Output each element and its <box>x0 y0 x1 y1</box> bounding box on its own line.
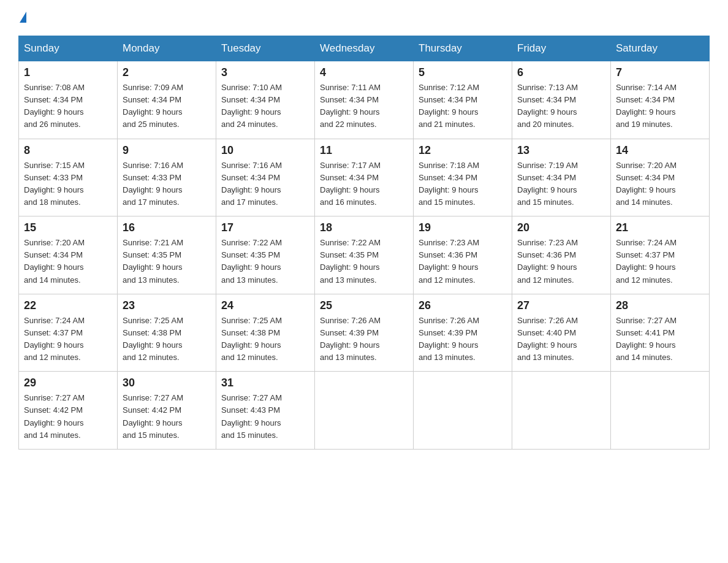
day-info: Sunrise: 7:23 AMSunset: 4:36 PMDaylight:… <box>517 238 578 284</box>
day-number: 26 <box>419 299 507 312</box>
calendar-cell: 5 Sunrise: 7:12 AMSunset: 4:34 PMDayligh… <box>414 61 512 139</box>
day-number: 14 <box>616 144 704 157</box>
day-info: Sunrise: 7:14 AMSunset: 4:34 PMDaylight:… <box>616 83 677 129</box>
calendar-header-wednesday: Wednesday <box>315 36 414 61</box>
day-number: 6 <box>517 66 605 79</box>
day-info: Sunrise: 7:12 AMSunset: 4:34 PMDaylight:… <box>419 83 479 129</box>
day-info: Sunrise: 7:18 AMSunset: 4:34 PMDaylight:… <box>419 161 479 207</box>
day-number: 13 <box>517 144 605 157</box>
calendar-cell <box>611 372 710 450</box>
day-info: Sunrise: 7:27 AMSunset: 4:42 PMDaylight:… <box>123 393 183 439</box>
calendar-cell: 16 Sunrise: 7:21 AMSunset: 4:35 PMDaylig… <box>118 216 216 294</box>
day-number: 8 <box>24 144 112 157</box>
day-number: 30 <box>123 377 211 389</box>
day-info: Sunrise: 7:22 AMSunset: 4:35 PMDaylight:… <box>320 238 381 284</box>
day-number: 25 <box>320 299 408 312</box>
calendar-header-sunday: Sunday <box>19 36 118 61</box>
calendar-cell <box>315 372 414 450</box>
calendar-header-friday: Friday <box>512 36 611 61</box>
calendar-cell: 20 Sunrise: 7:23 AMSunset: 4:36 PMDaylig… <box>512 216 611 294</box>
calendar-cell: 21 Sunrise: 7:24 AMSunset: 4:37 PMDaylig… <box>611 216 710 294</box>
day-number: 29 <box>24 377 112 389</box>
day-info: Sunrise: 7:25 AMSunset: 4:38 PMDaylight:… <box>221 316 282 362</box>
calendar-cell: 30 Sunrise: 7:27 AMSunset: 4:42 PMDaylig… <box>118 372 216 450</box>
day-info: Sunrise: 7:20 AMSunset: 4:34 PMDaylight:… <box>24 238 85 284</box>
day-number: 17 <box>221 221 309 234</box>
calendar-cell: 2 Sunrise: 7:09 AMSunset: 4:34 PMDayligh… <box>118 61 216 139</box>
calendar-week-row: 1 Sunrise: 7:08 AMSunset: 4:34 PMDayligh… <box>19 61 710 139</box>
day-number: 2 <box>123 66 211 79</box>
calendar-header-saturday: Saturday <box>611 36 710 61</box>
day-info: Sunrise: 7:11 AMSunset: 4:34 PMDaylight:… <box>320 83 381 129</box>
day-number: 18 <box>320 221 408 234</box>
day-number: 4 <box>320 66 408 79</box>
calendar-cell: 11 Sunrise: 7:17 AMSunset: 4:34 PMDaylig… <box>315 139 414 216</box>
day-number: 15 <box>24 221 112 234</box>
calendar-cell: 23 Sunrise: 7:25 AMSunset: 4:38 PMDaylig… <box>118 294 216 372</box>
calendar-table: SundayMondayTuesdayWednesdayThursdayFrid… <box>18 36 710 450</box>
calendar-cell: 17 Sunrise: 7:22 AMSunset: 4:35 PMDaylig… <box>216 216 315 294</box>
calendar-cell: 28 Sunrise: 7:27 AMSunset: 4:41 PMDaylig… <box>611 294 710 372</box>
calendar-header-thursday: Thursday <box>414 36 512 61</box>
calendar-cell: 15 Sunrise: 7:20 AMSunset: 4:34 PMDaylig… <box>19 216 118 294</box>
day-info: Sunrise: 7:25 AMSunset: 4:38 PMDaylight:… <box>123 316 183 362</box>
day-number: 16 <box>123 221 211 234</box>
day-info: Sunrise: 7:17 AMSunset: 4:34 PMDaylight:… <box>320 161 381 207</box>
calendar-header-monday: Monday <box>118 36 216 61</box>
day-info: Sunrise: 7:27 AMSunset: 4:43 PMDaylight:… <box>221 393 282 439</box>
calendar-cell: 1 Sunrise: 7:08 AMSunset: 4:34 PMDayligh… <box>19 61 118 139</box>
calendar-cell <box>512 372 611 450</box>
calendar-cell: 25 Sunrise: 7:26 AMSunset: 4:39 PMDaylig… <box>315 294 414 372</box>
day-number: 20 <box>517 221 605 234</box>
calendar-cell: 10 Sunrise: 7:16 AMSunset: 4:34 PMDaylig… <box>216 139 315 216</box>
logo <box>18 12 26 23</box>
calendar-week-row: 29 Sunrise: 7:27 AMSunset: 4:42 PMDaylig… <box>19 372 710 450</box>
day-number: 1 <box>24 66 112 79</box>
day-number: 5 <box>419 66 507 79</box>
calendar-cell: 19 Sunrise: 7:23 AMSunset: 4:36 PMDaylig… <box>414 216 512 294</box>
day-info: Sunrise: 7:26 AMSunset: 4:39 PMDaylight:… <box>419 316 479 362</box>
calendar-cell <box>414 372 512 450</box>
calendar-week-row: 15 Sunrise: 7:20 AMSunset: 4:34 PMDaylig… <box>19 216 710 294</box>
day-info: Sunrise: 7:24 AMSunset: 4:37 PMDaylight:… <box>24 316 85 362</box>
day-number: 11 <box>320 144 408 157</box>
page-header <box>18 12 710 23</box>
day-info: Sunrise: 7:22 AMSunset: 4:35 PMDaylight:… <box>221 238 282 284</box>
calendar-cell: 13 Sunrise: 7:19 AMSunset: 4:34 PMDaylig… <box>512 139 611 216</box>
day-number: 21 <box>616 221 704 234</box>
day-number: 9 <box>123 144 211 157</box>
calendar-cell: 9 Sunrise: 7:16 AMSunset: 4:33 PMDayligh… <box>118 139 216 216</box>
calendar-cell: 6 Sunrise: 7:13 AMSunset: 4:34 PMDayligh… <box>512 61 611 139</box>
calendar-header-tuesday: Tuesday <box>216 36 315 61</box>
day-number: 22 <box>24 299 112 312</box>
day-number: 3 <box>221 66 309 79</box>
calendar-cell: 7 Sunrise: 7:14 AMSunset: 4:34 PMDayligh… <box>611 61 710 139</box>
day-info: Sunrise: 7:15 AMSunset: 4:33 PMDaylight:… <box>24 161 85 207</box>
day-number: 27 <box>517 299 605 312</box>
calendar-cell: 22 Sunrise: 7:24 AMSunset: 4:37 PMDaylig… <box>19 294 118 372</box>
day-info: Sunrise: 7:24 AMSunset: 4:37 PMDaylight:… <box>616 238 677 284</box>
calendar-cell: 24 Sunrise: 7:25 AMSunset: 4:38 PMDaylig… <box>216 294 315 372</box>
calendar-cell: 31 Sunrise: 7:27 AMSunset: 4:43 PMDaylig… <box>216 372 315 450</box>
calendar-cell: 29 Sunrise: 7:27 AMSunset: 4:42 PMDaylig… <box>19 372 118 450</box>
calendar-week-row: 8 Sunrise: 7:15 AMSunset: 4:33 PMDayligh… <box>19 139 710 216</box>
day-number: 24 <box>221 299 309 312</box>
calendar-cell: 14 Sunrise: 7:20 AMSunset: 4:34 PMDaylig… <box>611 139 710 216</box>
logo-arrow-icon <box>20 12 26 23</box>
day-info: Sunrise: 7:13 AMSunset: 4:34 PMDaylight:… <box>517 83 578 129</box>
calendar-header-row: SundayMondayTuesdayWednesdayThursdayFrid… <box>19 36 710 61</box>
calendar-cell: 3 Sunrise: 7:10 AMSunset: 4:34 PMDayligh… <box>216 61 315 139</box>
calendar-week-row: 22 Sunrise: 7:24 AMSunset: 4:37 PMDaylig… <box>19 294 710 372</box>
day-number: 19 <box>419 221 507 234</box>
day-info: Sunrise: 7:21 AMSunset: 4:35 PMDaylight:… <box>123 238 183 284</box>
calendar-cell: 26 Sunrise: 7:26 AMSunset: 4:39 PMDaylig… <box>414 294 512 372</box>
calendar-cell: 4 Sunrise: 7:11 AMSunset: 4:34 PMDayligh… <box>315 61 414 139</box>
day-info: Sunrise: 7:09 AMSunset: 4:34 PMDaylight:… <box>123 83 183 129</box>
day-number: 10 <box>221 144 309 157</box>
day-info: Sunrise: 7:10 AMSunset: 4:34 PMDaylight:… <box>221 83 282 129</box>
day-info: Sunrise: 7:27 AMSunset: 4:41 PMDaylight:… <box>616 316 677 362</box>
day-info: Sunrise: 7:08 AMSunset: 4:34 PMDaylight:… <box>24 83 85 129</box>
calendar-cell: 12 Sunrise: 7:18 AMSunset: 4:34 PMDaylig… <box>414 139 512 216</box>
day-number: 23 <box>123 299 211 312</box>
day-info: Sunrise: 7:23 AMSunset: 4:36 PMDaylight:… <box>419 238 479 284</box>
